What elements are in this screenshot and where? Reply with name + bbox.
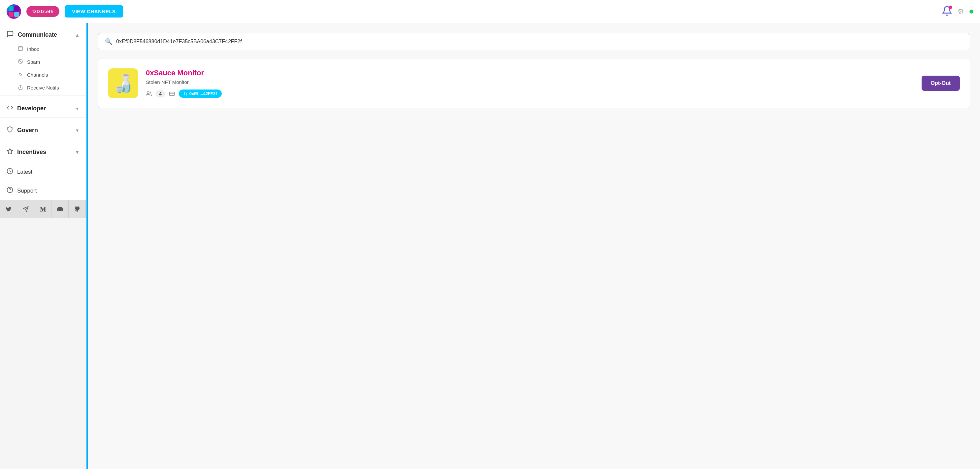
sidebar-item-latest[interactable]: Latest xyxy=(0,163,86,181)
telegram-button[interactable] xyxy=(17,201,34,218)
opt-out-button[interactable]: Opt-Out xyxy=(921,76,960,91)
topbar-left: tztztz.eth VIEW CHANNELS xyxy=(6,4,123,19)
sidebar-item-channels[interactable]: Channels xyxy=(0,69,86,81)
govern-header-left: Govern xyxy=(6,126,38,134)
subscriber-icon-group xyxy=(146,91,152,97)
govern-label: Govern xyxy=(17,127,38,134)
developer-label: Developer xyxy=(17,105,46,112)
content-area: 🔍 🍶 0xSauce Monitor Stolen NFT Monitor xyxy=(88,23,980,469)
channel-info: 0xSauce Monitor Stolen NFT Monitor 4 xyxy=(146,69,960,98)
developer-icon xyxy=(6,104,13,113)
channel-name: 0xSauce Monitor xyxy=(146,69,960,77)
incentives-label: Incentives xyxy=(17,148,46,156)
svg-line-2 xyxy=(19,60,22,63)
support-icon xyxy=(6,187,13,195)
communicate-header-left: Communicate xyxy=(6,30,57,39)
communicate-section: Communicate ▲ Inbox xyxy=(0,23,86,94)
svg-point-14 xyxy=(186,94,187,95)
topbar: tztztz.eth VIEW CHANNELS ⚙ xyxy=(0,0,980,23)
channel-description: Stolen NFT Monitor xyxy=(146,79,960,85)
main-layout: Communicate ▲ Inbox xyxy=(0,23,980,469)
svg-rect-12 xyxy=(169,92,174,96)
developer-header-left: Developer xyxy=(6,104,46,113)
app-logo[interactable] xyxy=(6,4,21,19)
social-bar xyxy=(0,200,86,218)
govern-icon xyxy=(6,126,13,134)
incentives-icon xyxy=(6,148,13,156)
sidebar-wrapper: Communicate ▲ Inbox xyxy=(0,23,86,469)
communicate-chevron-icon: ▲ xyxy=(75,32,80,38)
sidebar-item-spam[interactable]: Spam xyxy=(0,56,86,69)
support-label: Support xyxy=(17,188,37,194)
inbox-label: Inbox xyxy=(27,46,39,52)
sidebar-item-inbox[interactable]: Inbox xyxy=(0,43,86,56)
channel-card: 🍶 0xSauce Monitor Stolen NFT Monitor 4 xyxy=(98,58,970,108)
search-input[interactable] xyxy=(116,39,963,45)
latest-label: Latest xyxy=(17,169,32,175)
inbox-icon xyxy=(18,46,23,52)
spam-icon xyxy=(18,59,23,65)
twitter-button[interactable] xyxy=(0,201,17,218)
communicate-icon xyxy=(6,30,14,39)
github-button[interactable] xyxy=(68,201,86,218)
svg-point-3 xyxy=(20,73,21,75)
discord-button[interactable] xyxy=(51,201,68,218)
latest-icon xyxy=(6,168,13,176)
svg-point-11 xyxy=(147,91,149,94)
settings-icon[interactable]: ⚙ xyxy=(958,7,964,16)
view-channels-button[interactable]: VIEW CHANNELS xyxy=(65,5,123,18)
card-icon xyxy=(169,91,175,97)
svg-point-15 xyxy=(184,92,185,93)
search-bar: 🔍 xyxy=(98,33,970,50)
developer-chevron-icon: ▼ xyxy=(75,106,80,111)
incentives-header-left: Incentives xyxy=(6,148,46,156)
channels-label: Channels xyxy=(27,72,48,78)
sidebar-item-receive-notifs[interactable]: Receive Notifs xyxy=(0,81,86,94)
medium-button[interactable] xyxy=(34,201,51,218)
incentives-chevron-icon: ▼ xyxy=(75,150,80,155)
channels-icon xyxy=(18,72,23,78)
user-badge[interactable]: tztztz.eth xyxy=(26,6,59,17)
channel-avatar: 🍶 xyxy=(108,69,138,98)
govern-header[interactable]: Govern ▼ xyxy=(0,119,86,138)
subscriber-count: 4 xyxy=(156,90,165,97)
spam-label: Spam xyxy=(27,59,40,65)
search-icon: 🔍 xyxy=(105,38,112,45)
svg-rect-0 xyxy=(19,46,22,51)
channel-avatar-image: 🍶 xyxy=(113,73,134,94)
notification-dot xyxy=(949,6,952,9)
incentives-header[interactable]: Incentives ▼ xyxy=(0,141,86,160)
channel-meta: 4 0xEf....42FF2f xyxy=(146,89,960,98)
online-status-dot xyxy=(969,10,974,14)
communicate-label: Communicate xyxy=(18,31,57,38)
svg-marker-5 xyxy=(7,148,13,154)
notification-bell-icon[interactable] xyxy=(942,6,952,18)
communicate-header[interactable]: Communicate ▲ xyxy=(0,23,86,43)
channel-address-badge: 0xEf....42FF2f xyxy=(179,89,222,98)
receive-notifs-icon xyxy=(18,85,23,91)
sidebar: Communicate ▲ Inbox xyxy=(0,23,86,200)
receive-notifs-label: Receive Notifs xyxy=(27,85,59,91)
address-text: 0xEf....42FF2f xyxy=(189,91,217,96)
govern-chevron-icon: ▼ xyxy=(75,128,80,133)
sidebar-item-support[interactable]: Support xyxy=(0,181,86,200)
developer-header[interactable]: Developer ▼ xyxy=(0,97,86,116)
topbar-right: ⚙ xyxy=(942,6,974,18)
